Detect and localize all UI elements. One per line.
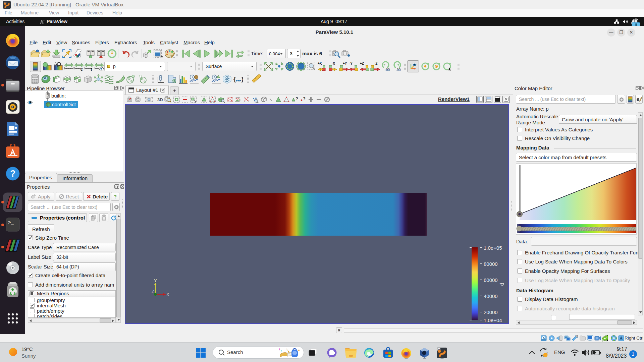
svg-text:?: ? [303,96,306,101]
svg-text:-X: -X [332,62,335,65]
svg-text:+Y: +Y [343,62,347,65]
svg-text:-Z: -Z [374,62,377,65]
svg-text:>_: >_ [8,220,14,225]
svg-text:?: ? [296,96,298,101]
svg-text:-90: -90 [396,68,401,71]
svg-text:Y: Y [154,278,157,283]
svg-text:e: e [637,97,639,102]
svg-text:Z: Z [152,289,154,294]
svg-text:+X: +X [318,62,322,65]
svg-text:-Y: -Y [349,62,353,65]
svg-text:+Z: +Z [360,62,364,65]
svg-text:t: t [91,67,92,71]
svg-text:+90: +90 [384,68,390,71]
svg-text:X: X [166,292,169,297]
svg-text:?: ? [10,169,16,179]
svg-text:c: c [80,67,83,71]
